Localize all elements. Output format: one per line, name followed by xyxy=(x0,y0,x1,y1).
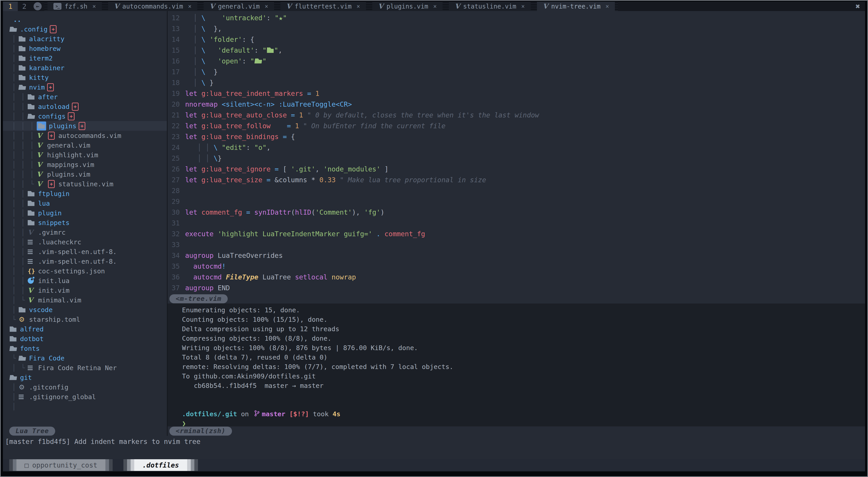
tree-row-Fira Code Retina Ner[interactable]: │└Fira Code Retina Ner xyxy=(3,363,167,373)
tree-row-init.vim[interactable]: ││Vinit.vim xyxy=(3,285,167,295)
indent-guide: │ xyxy=(19,132,28,139)
tree-row-karabiner[interactable]: │karabiner xyxy=(3,63,167,73)
vim-icon: V xyxy=(543,3,548,10)
tree-row-.vim-spell-en.utf-8.[interactable]: ││.vim-spell-en.utf-8. xyxy=(3,247,167,257)
tmux-window-.dotfiles[interactable]: .dotfiles xyxy=(123,459,198,471)
tree-row-general.vim[interactable]: │││Vgeneral.vim xyxy=(3,140,167,150)
tree-label: plugins xyxy=(49,122,76,130)
tree-row-.config[interactable]: .config+ xyxy=(3,24,167,34)
tab-strip: >_fzf.sh×Vautocommands.vim×Vgeneral.vim×… xyxy=(44,2,618,11)
tree-row-.gvimrc[interactable]: ││V.gvimrc xyxy=(3,228,167,237)
tree-row-vscode[interactable]: │vscode xyxy=(3,305,167,314)
tree-row-snippets[interactable]: ││snippets xyxy=(3,218,167,228)
code-line[interactable]: 30let comment_fg = synIDattr(hlID('Comme… xyxy=(167,207,865,217)
tree-row-.gitconfig[interactable]: │⚙.gitconfig xyxy=(3,382,167,392)
tree-row-.gitignore_global[interactable]: │.gitignore_global xyxy=(3,392,167,402)
tree-row-configs[interactable]: ││configs+ xyxy=(3,111,167,121)
tree-row-fonts[interactable]: fonts xyxy=(3,344,167,353)
code-line[interactable]: 15 │ \ 'default': "", xyxy=(167,45,865,56)
tree-row-statusline.vim[interactable]: ││└V+statusline.vim xyxy=(3,179,167,189)
code-line[interactable]: 27let g:lua_tree_size = &columns * 0.33 … xyxy=(167,174,865,185)
code-line[interactable]: 29 xyxy=(167,196,865,207)
tree-row-empty[interactable]: │ xyxy=(3,402,167,411)
tab-close-icon[interactable]: × xyxy=(606,3,609,10)
tab-close-icon[interactable]: × xyxy=(188,3,192,10)
code-line[interactable]: 33 xyxy=(167,239,865,250)
tab-nvim-tree.vim[interactable]: Vnvim-tree.vim× xyxy=(537,2,615,11)
tab-autocommands.vim[interactable]: Vautocommands.vim× xyxy=(108,2,197,11)
code-line[interactable]: 18 │ \ } xyxy=(167,77,865,88)
tree-row-highlight.vim[interactable]: │││Vhighlight.vim xyxy=(3,150,167,160)
code-line[interactable]: 28 xyxy=(167,185,865,196)
code-line[interactable]: 17 │ \ } xyxy=(167,66,865,77)
tree-row-.vim-spell-en.utf-8.[interactable]: ││.vim-spell-en.utf-8. xyxy=(3,257,167,266)
tree-row-init.lua[interactable]: ││init.lua xyxy=(3,276,167,285)
code-line[interactable]: 34augroup LuaTreeOverrides xyxy=(167,250,865,261)
code-line[interactable]: 37augroup END xyxy=(167,282,865,293)
tree-row-plugins.vim[interactable]: │││Vplugins.vim xyxy=(3,169,167,179)
close-icon[interactable]: ✖ xyxy=(856,2,865,11)
tree-row-homebrew[interactable]: │homebrew xyxy=(3,44,167,53)
tree-row-nvim[interactable]: │nvim+ xyxy=(3,82,167,92)
code-line[interactable]: 22let g:lua_tree_follow = 1 " On bufEnte… xyxy=(167,121,865,131)
tab-statusline.vim[interactable]: Vstatusline.vim× xyxy=(449,2,531,11)
tree-row-autocommands.vim[interactable]: │││V+autocommands.vim xyxy=(3,131,167,140)
tab-label: general.vim xyxy=(218,3,260,10)
tab-close-icon[interactable]: × xyxy=(265,3,268,10)
tree-label: plugin xyxy=(38,209,62,217)
code-line[interactable]: 21let g:lua_tree_auto_close = 1 " 0 by d… xyxy=(167,110,865,121)
tree-row-kitty[interactable]: │kitty xyxy=(3,73,167,82)
code-line[interactable]: 26let g:lua_tree_ignore = [ '.git', 'nod… xyxy=(167,164,865,174)
code-line[interactable]: 32execute 'highlight LuaTreeIndentMarker… xyxy=(167,228,865,239)
tree-row-starship.toml[interactable]: └⚙starship.toml xyxy=(3,314,167,324)
tmux-window-opportunity_cost[interactable]: □opportunity_cost xyxy=(9,459,113,471)
tree-row-after[interactable]: ││after xyxy=(3,92,167,102)
tab-fluttertest.vim[interactable]: Vfluttertest.vim× xyxy=(280,2,366,11)
code-line[interactable]: 14 │ \ 'folder': { xyxy=(167,34,865,45)
tree-row-mappings.vim[interactable]: │││Vmappings.vim xyxy=(3,160,167,169)
indent-guide: │ xyxy=(19,238,28,246)
tree-row-minimal.vim[interactable]: │└Vminimal.vim xyxy=(3,295,167,305)
buffer-number-1[interactable]: 1 xyxy=(3,2,18,11)
code-line[interactable]: 20nnoremap <silent><c-n> :LuaTreeToggle<… xyxy=(167,99,865,110)
tree-row-Fira Code[interactable]: └Fira Code xyxy=(3,353,167,363)
code-line[interactable]: 12 │ \ 'untracked': "★" xyxy=(167,12,865,23)
tree-row-plugins[interactable]: │││plugins+ xyxy=(3,121,167,131)
tree-row-iterm2[interactable]: │iterm2 xyxy=(3,53,167,63)
tree-row-autoload[interactable]: ││autoload+ xyxy=(3,102,167,111)
tree-row-alacritty[interactable]: │alacritty xyxy=(3,34,167,44)
editor[interactable]: 12 │ \ 'untracked': "★"13 │ \ },14 │ \ '… xyxy=(167,11,865,294)
tree-row-alfred[interactable]: alfred xyxy=(3,324,167,334)
code-line[interactable]: 19let g:lua_tree_indent_markers = 1 xyxy=(167,88,865,99)
tab-plugins.vim[interactable]: Vplugins.vim× xyxy=(372,2,442,11)
folder-open-icon xyxy=(18,356,26,361)
tab-close-icon[interactable]: × xyxy=(92,3,96,10)
code-line[interactable]: 13 │ \ }, xyxy=(167,23,865,34)
tree-row-coc-settings.json[interactable]: ││{}coc-settings.json xyxy=(3,266,167,276)
code-line[interactable]: 35 autocmd! xyxy=(167,261,865,272)
tab-close-icon[interactable]: × xyxy=(433,3,437,10)
code-line[interactable]: 25 │ │ \} xyxy=(167,153,865,164)
tab-general.vim[interactable]: Vgeneral.vim× xyxy=(204,2,274,11)
refresh-button[interactable]: ← xyxy=(31,2,44,11)
tree-row-..[interactable]: .. xyxy=(3,14,167,24)
code-line[interactable]: 23let g:lua_tree_bindings = { xyxy=(167,131,865,142)
terminal[interactable]: Enumerating objects: 15, done.Counting o… xyxy=(167,304,865,427)
tree-row-lua[interactable]: ││lua xyxy=(3,199,167,208)
tree-row-dotbot[interactable]: dotbot xyxy=(3,334,167,344)
code-line[interactable]: 31 xyxy=(167,217,865,228)
code-line[interactable]: 16 │ \ 'open': "" xyxy=(167,56,865,66)
tree-row-plugin[interactable]: ││plugin xyxy=(3,208,167,218)
buffer-numbers: 12 xyxy=(3,2,31,11)
file-tree[interactable]: ...config+│alacritty│homebrew│iterm2│kar… xyxy=(3,11,167,427)
tab-close-icon[interactable]: × xyxy=(356,3,360,10)
tree-row-ftplugin[interactable]: ││ftplugin xyxy=(3,189,167,199)
tab-fzf.sh[interactable]: >_fzf.sh× xyxy=(48,2,102,11)
code-line[interactable]: 36 autocmd FileType LuaTree setlocal now… xyxy=(167,272,865,282)
buffer-number-2[interactable]: 2 xyxy=(18,2,31,11)
tree-row-git[interactable]: git xyxy=(3,373,167,382)
tab-label: nvim-tree.vim xyxy=(551,3,600,10)
code-line[interactable]: 24 │ │ \ "edit": "o", xyxy=(167,142,865,153)
tab-close-icon[interactable]: × xyxy=(521,3,525,10)
tree-row-.luacheckrc[interactable]: ││.luacheckrc xyxy=(3,237,167,247)
